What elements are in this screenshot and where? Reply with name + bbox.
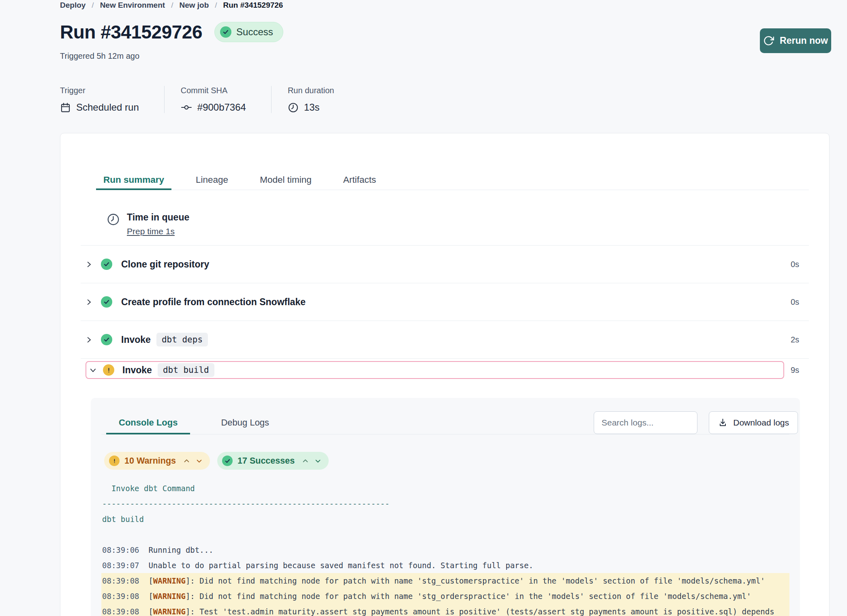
step-name: Create profile from connection Snowflake (121, 297, 306, 308)
calendar-icon (60, 102, 71, 113)
successes-count: 17 Successes (237, 456, 295, 466)
run-tabs: Run summary Lineage Model timing Artifac… (96, 170, 809, 190)
success-check-icon (222, 456, 233, 466)
log-line-warning: 08:39:08 [WARNING]: Did not find matchin… (101, 588, 789, 604)
commit-info: Commit SHA #900b7364 (164, 86, 271, 113)
step-duration: 9s (791, 361, 799, 379)
log-line-warning: 08:39:08 [WARNING]: Did not find matchin… (101, 573, 789, 588)
warning-icon (109, 456, 120, 466)
step-command-chip: dbt deps (156, 333, 208, 346)
successes-badge: 17 Successes (217, 452, 329, 470)
log-line-warning: 08:39:08 [WARNING]: Test 'test.admin_mat… (101, 604, 789, 616)
log-tabs: Console Logs Debug Logs (101, 411, 282, 434)
chevron-right-icon[interactable] (86, 336, 92, 343)
breadcrumb-current-run: Run #341529726 (223, 1, 283, 10)
breadcrumb-separator: / (92, 1, 94, 10)
trigger-value: Scheduled run (76, 102, 139, 113)
step-name: Invoke (121, 334, 151, 345)
search-logs-input[interactable] (594, 411, 697, 434)
log-line: Invoke dbt Command (101, 481, 789, 496)
log-line (101, 527, 789, 542)
tab-artifacts[interactable]: Artifacts (336, 170, 383, 190)
trigger-info: Trigger Scheduled run (60, 86, 164, 113)
step-name: Clone git repository (121, 259, 209, 270)
git-commit-icon (181, 102, 192, 113)
breadcrumb-new-environment[interactable]: New Environment (100, 1, 165, 10)
tab-lineage[interactable]: Lineage (188, 170, 235, 190)
chevron-up-icon[interactable] (183, 458, 190, 464)
check-circle-icon (101, 296, 112, 308)
console-log-output: Invoke dbt Command ---------------------… (101, 481, 789, 616)
time-in-queue-title: Time in queue (127, 212, 189, 223)
chevron-down-icon[interactable] (196, 458, 203, 464)
breadcrumb-deploy[interactable]: Deploy (60, 1, 86, 10)
step-invoke-dbt-deps[interactable]: Invoke dbt deps 2s (60, 321, 829, 358)
run-duration-value: 13s (304, 102, 320, 113)
step-create-profile[interactable]: Create profile from connection Snowflake… (60, 283, 829, 321)
download-logs-button[interactable]: Download logs (709, 411, 798, 434)
tab-console-logs[interactable]: Console Logs (106, 411, 190, 434)
log-line: 08:39:06 Running dbt... (101, 542, 789, 558)
run-summary-card: Run summary Lineage Model timing Artifac… (60, 133, 830, 616)
commit-sha-value: #900b7364 (197, 102, 246, 113)
chevron-up-icon[interactable] (302, 458, 309, 464)
chevron-down-icon[interactable] (90, 367, 96, 374)
run-info-row: Trigger Scheduled run Commit SHA #900b73… (60, 86, 359, 113)
triggered-timestamp: Triggered 5h 12m ago (60, 51, 139, 61)
warnings-count: 10 Warnings (124, 456, 176, 466)
log-line: ----------------------------------------… (101, 496, 789, 511)
log-line: dbt build (101, 511, 789, 527)
breadcrumb: Deploy / New Environment / New job / Run… (60, 1, 283, 10)
rerun-now-button[interactable]: Rerun now (760, 28, 831, 53)
clock-icon (288, 102, 299, 113)
step-duration: 0s (791, 260, 799, 269)
page-title: Run #341529726 (60, 21, 202, 43)
commit-sha-label: Commit SHA (181, 86, 246, 95)
chevron-right-icon[interactable] (86, 299, 92, 306)
step-clone-git-repository[interactable]: Clone git repository 0s (60, 246, 829, 283)
check-circle-icon (101, 259, 112, 270)
run-duration-label: Run duration (288, 86, 334, 95)
log-line: 08:39:07 Unable to do partial parsing be… (101, 558, 789, 573)
duration-info: Run duration 13s (271, 86, 359, 113)
breadcrumb-new-job[interactable]: New job (179, 1, 209, 10)
prep-time-link[interactable]: Prep time 1s (127, 227, 175, 236)
download-icon (718, 418, 728, 428)
status-badge: Success (214, 22, 283, 42)
clock-icon (107, 213, 120, 245)
tab-model-timing[interactable]: Model timing (252, 170, 319, 190)
breadcrumb-separator: / (171, 1, 173, 10)
success-check-icon (220, 26, 231, 38)
status-badge-label: Success (236, 26, 273, 38)
step-duration: 0s (791, 297, 799, 307)
trigger-label: Trigger (60, 86, 139, 95)
warning-icon (103, 364, 114, 376)
tab-run-summary[interactable]: Run summary (96, 170, 171, 190)
warnings-badge: 10 Warnings (104, 452, 210, 470)
step-duration: 2s (791, 335, 799, 344)
chevron-right-icon[interactable] (86, 261, 92, 268)
tab-debug-logs[interactable]: Debug Logs (208, 411, 282, 434)
time-in-queue-section: Time in queue Prep time 1s (60, 190, 829, 245)
refresh-icon (763, 35, 774, 46)
breadcrumb-separator: / (215, 1, 217, 10)
check-circle-icon (101, 334, 112, 345)
log-panel: Console Logs Debug Logs Download logs (91, 398, 800, 616)
step-invoke-dbt-build[interactable]: Invoke dbt build (86, 361, 784, 379)
chevron-down-icon[interactable] (314, 458, 321, 464)
step-command-chip: dbt build (158, 363, 214, 377)
step-name: Invoke (122, 365, 152, 376)
